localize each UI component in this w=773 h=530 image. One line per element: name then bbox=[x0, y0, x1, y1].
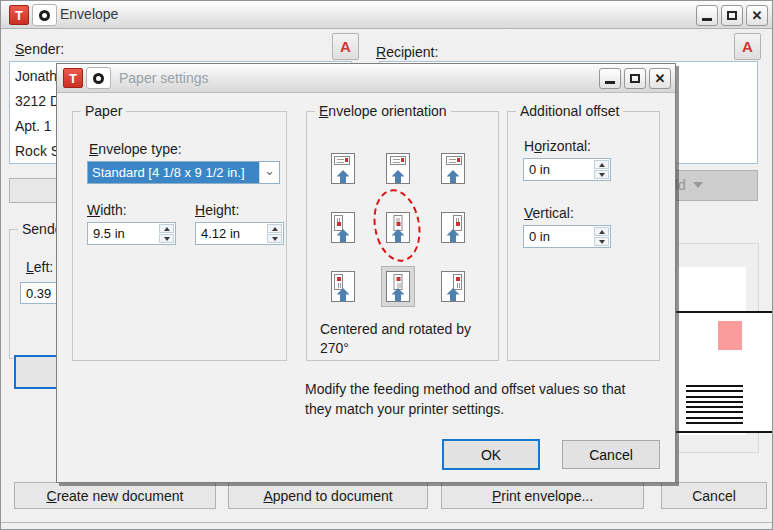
envelope-type-value: Standard [4 1/8 x 9 1/2 in.] bbox=[88, 162, 259, 183]
height-spin-down[interactable] bbox=[267, 234, 282, 243]
envelope-type-select[interactable]: Standard [4 1/8 x 9 1/2 in.] ⌄ bbox=[87, 161, 280, 184]
orientation-grid bbox=[331, 153, 465, 302]
vertical-spin-up[interactable] bbox=[594, 227, 609, 236]
left-label: Left: bbox=[26, 259, 53, 275]
paper-group: Paper Envelope type: Standard [4 1/8 x 9… bbox=[72, 111, 287, 361]
close-icon: ✕ bbox=[752, 9, 763, 22]
dialog-close-button[interactable]: ✕ bbox=[649, 68, 671, 89]
envelope-orientation-icon bbox=[331, 153, 355, 184]
orientation-option-normal-left[interactable] bbox=[331, 153, 355, 184]
preview-text-line bbox=[686, 417, 743, 419]
dropdown-arrow-icon bbox=[693, 182, 703, 193]
chevron-down-icon[interactable]: ⌄ bbox=[259, 162, 279, 183]
horizontal-label: Horizontal: bbox=[524, 138, 591, 154]
envelope-orientation-icon bbox=[441, 271, 465, 302]
mini-envelope bbox=[334, 215, 343, 231]
dialog-cancel-button[interactable]: Cancel bbox=[562, 440, 660, 469]
maximize-icon bbox=[727, 11, 737, 20]
create-new-document-button[interactable]: Create new document bbox=[14, 482, 216, 509]
envelope-orientation-icon bbox=[386, 212, 410, 243]
envelope-orientation-icon bbox=[441, 153, 465, 184]
orientation-option-rot270-left[interactable] bbox=[331, 271, 355, 302]
preview-text-line bbox=[686, 401, 743, 403]
horizontal-spinner[interactable]: 0 in bbox=[523, 158, 611, 181]
close-button[interactable]: ✕ bbox=[746, 5, 768, 26]
feed-arrow-icon bbox=[337, 170, 350, 183]
orientation-option-rot90-left[interactable] bbox=[331, 212, 355, 243]
width-label: Width: bbox=[87, 202, 127, 218]
sender-font-button[interactable]: A bbox=[332, 33, 359, 60]
preview-text-line bbox=[686, 406, 743, 408]
envelope-type-label: Envelope type: bbox=[89, 141, 182, 157]
system-menu-button[interactable] bbox=[32, 4, 57, 26]
vertical-spinner[interactable]: 0 in bbox=[523, 225, 611, 248]
preview-page bbox=[677, 267, 746, 435]
height-spinner[interactable]: 4.12 in bbox=[195, 222, 284, 245]
main-titlebar: T Envelope ✕ bbox=[1, 1, 772, 29]
main-cancel-button[interactable]: Cancel bbox=[661, 482, 767, 509]
preview-address-lines bbox=[686, 385, 743, 427]
mini-envelope bbox=[394, 274, 403, 290]
paper-group-label: Paper bbox=[81, 103, 126, 119]
printer-hint-text: Modify the feeding method and offset val… bbox=[305, 379, 640, 420]
ring-icon bbox=[93, 73, 104, 84]
envelope-orientation-icon bbox=[441, 212, 465, 243]
envelope-preview-panel bbox=[668, 243, 759, 453]
horizontal-spin-down[interactable] bbox=[594, 170, 609, 179]
minimize-icon bbox=[605, 81, 615, 84]
height-label: Height: bbox=[195, 202, 239, 218]
additional-offset-group-label: Additional offset bbox=[516, 103, 623, 119]
vertical-label: Vertical: bbox=[524, 205, 574, 221]
envelope-orientation-icon bbox=[331, 271, 355, 302]
width-spin-down[interactable] bbox=[159, 234, 174, 243]
maximize-icon bbox=[630, 74, 640, 83]
paper-settings-dialog: T Paper settings ✕ Paper Envelope type: … bbox=[56, 63, 676, 483]
envelope-orientation-group-label: Envelope orientation bbox=[315, 103, 451, 119]
textmaker-app-icon: T bbox=[9, 5, 29, 25]
recipient-label: Recipient: bbox=[376, 44, 438, 60]
orientation-option-normal-center[interactable] bbox=[386, 153, 410, 184]
orientation-option-normal-right[interactable] bbox=[441, 153, 465, 184]
textmaker-app-icon: T bbox=[63, 68, 83, 88]
footer-divider bbox=[1, 522, 772, 523]
vertical-spin-down[interactable] bbox=[594, 237, 609, 246]
envelope-orientation-group: Envelope orientation Centered and rotate… bbox=[306, 111, 499, 361]
vertical-value: 0 in bbox=[524, 226, 593, 247]
ring-icon bbox=[39, 10, 50, 21]
orientation-option-rot90-center[interactable] bbox=[386, 212, 410, 243]
mini-envelope bbox=[453, 274, 462, 290]
print-envelope-button[interactable]: Print envelope... bbox=[441, 482, 644, 509]
horizontal-spin-up[interactable] bbox=[594, 160, 609, 169]
recipient-font-button[interactable]: A bbox=[734, 33, 761, 60]
maximize-button[interactable] bbox=[721, 5, 743, 26]
width-value: 9.5 in bbox=[88, 223, 158, 244]
minimize-button[interactable] bbox=[696, 5, 718, 26]
append-to-document-button[interactable]: Append to document bbox=[228, 482, 428, 509]
height-value: 4.12 in bbox=[196, 223, 266, 244]
preview-text-line bbox=[686, 385, 743, 387]
ok-button[interactable]: OK bbox=[442, 439, 540, 470]
insert-field-dropdown-label: ld bbox=[675, 177, 686, 193]
preview-text-line bbox=[686, 411, 743, 413]
orientation-caption: Centered and rotated by 270° bbox=[320, 320, 478, 358]
mini-envelope bbox=[390, 156, 406, 165]
minimize-icon bbox=[702, 18, 712, 21]
orientation-option-rot270-right[interactable] bbox=[441, 271, 465, 302]
mini-envelope bbox=[453, 215, 462, 231]
preview-text-line bbox=[686, 422, 743, 424]
dialog-minimize-button[interactable] bbox=[599, 68, 621, 89]
dialog-system-menu-button[interactable] bbox=[86, 67, 111, 89]
orientation-option-rot90-right[interactable] bbox=[441, 212, 465, 243]
feed-arrow-icon bbox=[392, 170, 405, 183]
horizontal-value: 0 in bbox=[524, 159, 593, 180]
height-spin-up[interactable] bbox=[267, 224, 282, 233]
envelope-orientation-icon bbox=[331, 212, 355, 243]
width-spinner[interactable]: 9.5 in bbox=[87, 222, 176, 245]
orientation-option-rot270-center[interactable] bbox=[386, 271, 410, 302]
width-spin-up[interactable] bbox=[159, 224, 174, 233]
mini-envelope bbox=[446, 156, 462, 165]
dialog-maximize-button[interactable] bbox=[624, 68, 646, 89]
feed-arrow-icon bbox=[447, 170, 460, 183]
preview-stamp bbox=[718, 321, 742, 350]
additional-offset-group: Additional offset Horizontal: 0 in Verti… bbox=[507, 111, 660, 361]
